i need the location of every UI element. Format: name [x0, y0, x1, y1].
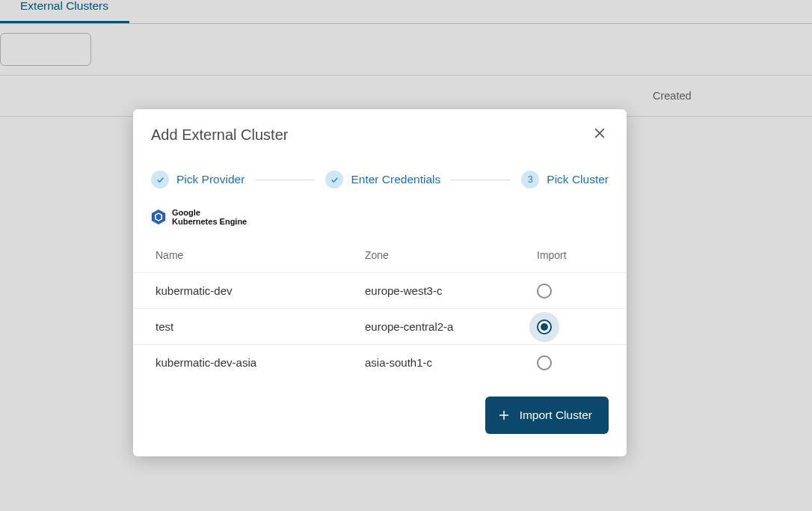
cluster-name: kubermatic-dev	[156, 284, 365, 297]
provider-name-line1: Google	[172, 208, 247, 217]
column-header-name: Name	[156, 249, 365, 261]
table-row[interactable]: kubermatic-dev-asia asia-south1-c	[133, 344, 627, 380]
column-header-zone: Zone	[365, 249, 537, 261]
step-done-icon	[325, 171, 343, 189]
plus-icon	[497, 409, 511, 422]
step-pick-cluster: 3 Pick Cluster	[521, 171, 609, 189]
table-header-row: Name Zone Import	[133, 238, 627, 272]
close-icon[interactable]	[592, 126, 607, 144]
provider-name: Google Kubernetes Engine	[172, 208, 247, 226]
gke-hexagon-icon	[151, 209, 166, 225]
step-connector	[255, 180, 315, 180]
column-header-import: Import	[537, 249, 604, 261]
step-label: Enter Credentials	[351, 173, 440, 186]
import-radio[interactable]	[537, 284, 552, 299]
table-row[interactable]: test europe-central2-a	[133, 308, 627, 344]
step-pick-provider: Pick Provider	[151, 171, 244, 189]
provider-logo: Google Kubernetes Engine	[133, 204, 627, 238]
cluster-table: Name Zone Import kubermatic-dev europe-w…	[133, 238, 627, 380]
import-button-label: Import Cluster	[520, 409, 592, 422]
radio-ripple	[529, 312, 559, 342]
provider-name-line2: Kubernetes Engine	[172, 217, 247, 226]
import-radio[interactable]	[537, 319, 552, 334]
step-number-badge: 3	[521, 171, 539, 189]
import-cluster-button[interactable]: Import Cluster	[485, 397, 609, 434]
cluster-zone: europe-central2-a	[365, 320, 537, 333]
import-radio[interactable]	[537, 355, 552, 370]
stepper: Pick Provider Enter Credentials 3 Pick C…	[133, 150, 627, 204]
cluster-zone: europe-west3-c	[365, 284, 537, 297]
add-external-cluster-dialog: Add External Cluster Pick Provider	[133, 109, 627, 456]
step-done-icon	[151, 171, 169, 189]
cluster-name: test	[156, 320, 365, 333]
dialog-title: Add External Cluster	[151, 126, 288, 144]
cluster-name: kubermatic-dev-asia	[156, 356, 365, 369]
step-enter-credentials: Enter Credentials	[325, 171, 440, 189]
cluster-zone: asia-south1-c	[365, 356, 537, 369]
table-row[interactable]: kubermatic-dev europe-west3-c	[133, 272, 627, 308]
step-connector	[451, 180, 511, 180]
step-label: Pick Provider	[176, 173, 244, 186]
step-label: Pick Cluster	[547, 173, 609, 186]
